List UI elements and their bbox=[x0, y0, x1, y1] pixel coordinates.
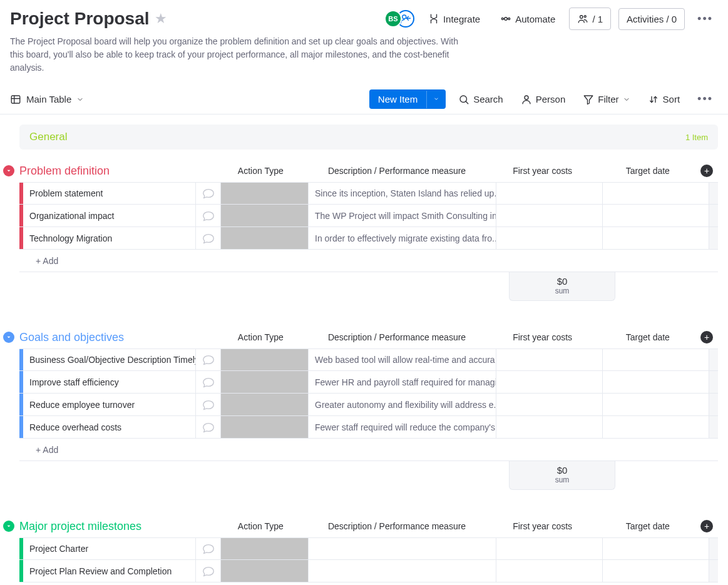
item-name[interactable]: Reduce employee turnover bbox=[23, 394, 196, 415]
conversation-icon[interactable] bbox=[196, 394, 221, 415]
cost-cell[interactable] bbox=[496, 227, 603, 249]
cost-cell[interactable] bbox=[496, 349, 603, 370]
column-header-desc[interactable]: Description / Performance measure bbox=[304, 521, 490, 531]
column-header-cost[interactable]: First year costs bbox=[490, 521, 595, 531]
add-column-button[interactable]: + bbox=[700, 331, 713, 343]
column-header-desc[interactable]: Description / Performance measure bbox=[304, 332, 490, 342]
board-title[interactable]: Project Proposal bbox=[10, 9, 150, 29]
members-button[interactable]: / 1 bbox=[569, 8, 611, 30]
conversation-icon[interactable] bbox=[196, 560, 221, 582]
new-item-label[interactable]: New Item bbox=[369, 89, 426, 109]
avatar-group[interactable]: BS bbox=[384, 10, 414, 28]
new-item-button[interactable]: New Item bbox=[369, 89, 446, 109]
activities-button[interactable]: Activities / 0 bbox=[618, 8, 685, 30]
column-header-action[interactable]: Action Type bbox=[217, 166, 304, 176]
action-cell[interactable] bbox=[221, 183, 309, 204]
table-row[interactable]: Reduce employee turnoverGreater autonomy… bbox=[19, 394, 718, 416]
item-name[interactable]: Problem statement bbox=[23, 183, 196, 204]
item-name[interactable]: Project Charter bbox=[23, 538, 196, 559]
column-header-cost[interactable]: First year costs bbox=[490, 332, 595, 342]
date-cell[interactable] bbox=[603, 416, 709, 438]
table-row[interactable]: Project Plan Review and Completion bbox=[19, 560, 718, 582]
action-cell[interactable] bbox=[221, 349, 309, 370]
column-header-date[interactable]: Target date bbox=[595, 166, 700, 176]
table-row[interactable]: Organizational impactThe WP Project will… bbox=[19, 205, 718, 227]
person-button[interactable]: Person bbox=[516, 90, 571, 109]
sort-button[interactable]: Sort bbox=[643, 90, 685, 109]
action-cell[interactable] bbox=[221, 560, 309, 582]
description-cell[interactable]: Fewer staff required will reduce the com… bbox=[309, 416, 496, 438]
conversation-icon[interactable] bbox=[196, 538, 221, 559]
date-cell[interactable] bbox=[603, 394, 709, 415]
date-cell[interactable] bbox=[603, 538, 709, 559]
action-cell[interactable] bbox=[221, 205, 309, 226]
cost-cell[interactable] bbox=[496, 416, 603, 438]
add-row[interactable]: + Add bbox=[19, 250, 718, 272]
general-group[interactable]: General 1 Item bbox=[19, 125, 718, 150]
description-cell[interactable]: Web based tool will allow real-time and … bbox=[309, 349, 496, 370]
integrate-button[interactable]: Integrate bbox=[422, 9, 486, 28]
column-header-cost[interactable]: First year costs bbox=[490, 166, 595, 176]
action-cell[interactable] bbox=[221, 394, 309, 415]
cost-cell[interactable] bbox=[496, 560, 603, 582]
add-column-button[interactable]: + bbox=[700, 520, 713, 532]
column-header-date[interactable]: Target date bbox=[595, 521, 700, 531]
action-cell[interactable] bbox=[221, 227, 309, 249]
view-selector[interactable]: Main Table bbox=[10, 94, 84, 105]
action-cell[interactable] bbox=[221, 538, 309, 559]
column-header-date[interactable]: Target date bbox=[595, 332, 700, 342]
item-name[interactable]: Organizational impact bbox=[23, 205, 196, 226]
group-title[interactable]: Major project milestones bbox=[19, 520, 141, 533]
date-cell[interactable] bbox=[603, 371, 709, 393]
column-header-desc[interactable]: Description / Performance measure bbox=[304, 166, 490, 176]
item-name[interactable]: Technology Migration bbox=[23, 227, 196, 249]
star-icon[interactable]: ★ bbox=[155, 11, 167, 27]
new-item-dropdown[interactable] bbox=[426, 91, 446, 108]
cost-cell[interactable] bbox=[496, 394, 603, 415]
add-row[interactable]: + Add bbox=[19, 439, 718, 461]
conversation-icon[interactable] bbox=[196, 183, 221, 204]
conversation-icon[interactable] bbox=[196, 349, 221, 370]
column-header-action[interactable]: Action Type bbox=[217, 332, 304, 342]
collapse-toggle[interactable] bbox=[3, 165, 14, 176]
collapse-toggle[interactable] bbox=[3, 521, 14, 532]
cost-cell[interactable] bbox=[496, 371, 603, 393]
description-cell[interactable]: Greater autonomy and flexibility will ad… bbox=[309, 394, 496, 415]
description-cell[interactable] bbox=[309, 538, 496, 559]
collapse-toggle[interactable] bbox=[3, 332, 14, 343]
more-icon[interactable]: ••• bbox=[692, 10, 718, 28]
toolbar-more-icon[interactable]: ••• bbox=[692, 90, 718, 108]
group-title[interactable]: Problem definition bbox=[19, 165, 110, 178]
column-header-action[interactable]: Action Type bbox=[217, 521, 304, 531]
conversation-icon[interactable] bbox=[196, 371, 221, 393]
cost-cell[interactable] bbox=[496, 205, 603, 226]
cost-cell[interactable] bbox=[496, 538, 603, 559]
description-cell[interactable] bbox=[309, 560, 496, 582]
action-cell[interactable] bbox=[221, 416, 309, 438]
item-name[interactable]: Project Plan Review and Completion bbox=[23, 560, 196, 582]
table-row[interactable]: Technology MigrationIn order to effectiv… bbox=[19, 227, 718, 250]
automate-button[interactable]: Automate bbox=[494, 9, 561, 28]
date-cell[interactable] bbox=[603, 183, 709, 204]
action-cell[interactable] bbox=[221, 371, 309, 393]
item-name[interactable]: Business Goal/Objective Description Time… bbox=[23, 349, 196, 370]
table-row[interactable]: Improve staff efficiencyFewer HR and pay… bbox=[19, 371, 718, 394]
item-name[interactable]: Improve staff efficiency bbox=[23, 371, 196, 393]
description-cell[interactable]: In order to effectively migrate existing… bbox=[309, 227, 496, 249]
table-row[interactable]: Problem statementSince its inception, St… bbox=[19, 182, 718, 205]
search-button[interactable]: Search bbox=[453, 90, 508, 109]
filter-button[interactable]: Filter bbox=[578, 90, 635, 109]
table-row[interactable]: Reduce overhead costsFewer staff require… bbox=[19, 416, 718, 439]
description-cell[interactable]: Fewer HR and payroll staff required for … bbox=[309, 371, 496, 393]
conversation-icon[interactable] bbox=[196, 416, 221, 438]
cost-cell[interactable] bbox=[496, 183, 603, 204]
date-cell[interactable] bbox=[603, 349, 709, 370]
add-column-button[interactable]: + bbox=[700, 165, 713, 177]
date-cell[interactable] bbox=[603, 205, 709, 226]
conversation-icon[interactable] bbox=[196, 205, 221, 226]
item-name[interactable]: Reduce overhead costs bbox=[23, 416, 196, 438]
description-cell[interactable]: Since its inception, Staten Island has r… bbox=[309, 183, 496, 204]
conversation-icon[interactable] bbox=[196, 227, 221, 249]
table-row[interactable]: Project Charter bbox=[19, 537, 718, 560]
date-cell[interactable] bbox=[603, 560, 709, 582]
